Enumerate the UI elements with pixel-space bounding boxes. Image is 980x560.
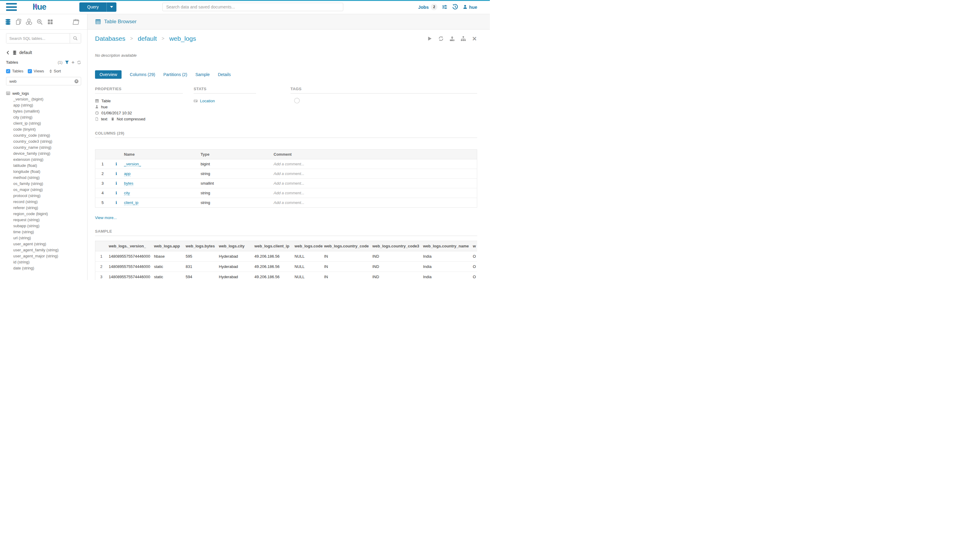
tree-column[interactable]: longitude (float) <box>6 169 81 175</box>
comment-placeholder[interactable]: Add a comment... <box>274 172 304 176</box>
tab-details[interactable]: Details <box>218 70 231 79</box>
database-name[interactable]: default <box>19 50 32 55</box>
tree-column[interactable]: latitude (float) <box>6 163 81 169</box>
columns-table: Name Type Comment 1 i _version_ bigint A… <box>95 149 477 208</box>
column-name-link[interactable]: app <box>124 172 131 176</box>
breadcrumb-table[interactable]: web_logs <box>169 35 196 42</box>
column-name-link[interactable]: bytes <box>124 181 133 186</box>
sample-cell: 831 <box>184 262 218 272</box>
tab-overview[interactable]: Overview <box>95 70 121 79</box>
hue-logo[interactable]: hue <box>33 2 46 12</box>
tree-column[interactable]: user_agent (string) <box>6 241 81 247</box>
sql-assist-icon[interactable] <box>4 18 12 25</box>
tree-column[interactable]: method (string) <box>6 175 81 181</box>
close-icon[interactable]: ✕ <box>472 36 477 41</box>
comment-placeholder[interactable]: Add a comment... <box>274 162 304 166</box>
table-description: No description available <box>95 53 477 58</box>
table-filter-input[interactable] <box>9 79 75 84</box>
global-search-input[interactable] <box>162 3 343 11</box>
tree-column[interactable]: country_code (string) <box>6 132 81 138</box>
tree-column[interactable]: country_code3 (string) <box>6 138 81 145</box>
info-icon[interactable]: i <box>115 162 117 166</box>
info-icon[interactable]: i <box>115 181 117 185</box>
tree-column[interactable]: referer (string) <box>6 205 81 211</box>
comment-placeholder[interactable]: Add a comment... <box>274 181 304 185</box>
tree-column[interactable]: os_major (string) <box>6 187 81 193</box>
tree-column[interactable]: user_agent_major (string) <box>6 253 81 259</box>
tree-column[interactable]: region_code (bigint) <box>6 211 81 217</box>
info-icon[interactable]: i <box>115 200 117 205</box>
tree-column[interactable]: record (string) <box>6 199 81 205</box>
info-icon[interactable]: i <box>115 191 117 195</box>
tree-column[interactable]: date (string) <box>6 265 81 271</box>
apps-grid-icon[interactable] <box>47 18 54 25</box>
functions-cubes-icon[interactable] <box>25 18 33 25</box>
column-name-link[interactable]: client_ip <box>124 200 138 205</box>
tree-column[interactable]: city (string) <box>6 114 81 120</box>
refresh-icon[interactable] <box>77 60 81 65</box>
query-button-label[interactable]: Query <box>79 2 106 12</box>
lineage-sitemap-icon[interactable] <box>461 36 466 41</box>
views-checkbox-label[interactable]: Views <box>34 69 44 73</box>
chevron-left-icon[interactable] <box>6 50 10 55</box>
tree-column[interactable]: url (string) <box>6 235 81 241</box>
tree-column[interactable]: _version_ (bigint) <box>6 96 81 102</box>
row-number: 4 <box>95 188 110 198</box>
tree-column[interactable]: app (string) <box>6 102 81 108</box>
add-table-icon[interactable]: + <box>72 60 75 65</box>
tree-column[interactable]: device_family (string) <box>6 150 81 157</box>
query-button[interactable]: Query <box>79 2 116 12</box>
views-checkbox[interactable]: ✓ <box>28 69 32 73</box>
sliders-icon[interactable] <box>442 4 448 10</box>
tree-column[interactable]: subapp (string) <box>6 223 81 229</box>
sample-cell: 49.206.186.56 <box>253 262 293 272</box>
import-icon[interactable] <box>449 36 455 41</box>
documents-icon[interactable] <box>15 18 22 25</box>
breadcrumb-database[interactable]: default <box>138 35 157 42</box>
folder-documents-icon[interactable] <box>72 18 79 25</box>
tab-partitions[interactable]: Partitions (2) <box>163 70 187 79</box>
sort-icon[interactable] <box>50 69 52 73</box>
tab-sample[interactable]: Sample <box>195 70 210 79</box>
location-link[interactable]: Location <box>200 99 215 103</box>
sample-cell: IN <box>323 262 371 272</box>
tree-column[interactable]: protocol (string) <box>6 193 81 199</box>
tree-column[interactable]: id (string) <box>6 259 81 265</box>
info-icon[interactable]: i <box>115 172 117 176</box>
clear-filter-icon[interactable]: ✕ <box>75 79 78 83</box>
user-menu[interactable]: hue <box>463 5 477 10</box>
sort-label[interactable]: Sort <box>54 69 61 73</box>
tree-column[interactable]: request (string) <box>6 217 81 223</box>
comment-placeholder[interactable]: Add a comment... <box>274 200 304 205</box>
tree-column[interactable]: client_ip (string) <box>6 120 81 127</box>
query-play-icon[interactable] <box>427 36 433 41</box>
menu-icon[interactable] <box>6 2 17 12</box>
jobs-link[interactable]: Jobs 2 <box>418 3 438 10</box>
sample-table: web_logs._version_ web_logs.app web_logs… <box>95 241 477 280</box>
sql-table-search-input[interactable] <box>6 33 70 43</box>
tables-checkbox[interactable]: ✓ <box>6 69 10 73</box>
comment-placeholder[interactable]: Add a comment... <box>274 191 304 195</box>
tree-column[interactable]: user_agent_family (string) <box>6 247 81 253</box>
tree-column[interactable]: time (string) <box>6 229 81 235</box>
search-icon[interactable] <box>70 33 81 43</box>
property-created: 01/06/2017 10:32 <box>101 111 132 115</box>
filter-funnel-icon[interactable] <box>65 60 69 65</box>
tree-column[interactable]: os_family (string) <box>6 181 81 187</box>
column-name-link[interactable]: _version_ <box>124 162 141 167</box>
tree-column[interactable]: code (tinyint) <box>6 127 81 132</box>
tables-checkbox-label[interactable]: Tables <box>12 69 23 73</box>
tree-column[interactable]: bytes (smallint) <box>6 108 81 114</box>
refresh-icon[interactable] <box>438 36 444 41</box>
tab-columns[interactable]: Columns (29) <box>130 70 155 79</box>
tree-column[interactable]: extension (string) <box>6 157 81 163</box>
query-dropdown-toggle[interactable] <box>106 2 116 12</box>
breadcrumb-databases[interactable]: Databases <box>95 35 125 42</box>
tree-column[interactable]: country_name (string) <box>6 145 81 150</box>
zoom-in-icon[interactable] <box>36 18 43 25</box>
history-icon[interactable] <box>452 3 459 10</box>
tree-table-web-logs[interactable]: web_logs <box>6 90 81 96</box>
column-name-link[interactable]: city <box>124 191 130 195</box>
page-title: Table Browser <box>104 19 136 25</box>
view-more-link[interactable]: View more... <box>95 215 117 220</box>
